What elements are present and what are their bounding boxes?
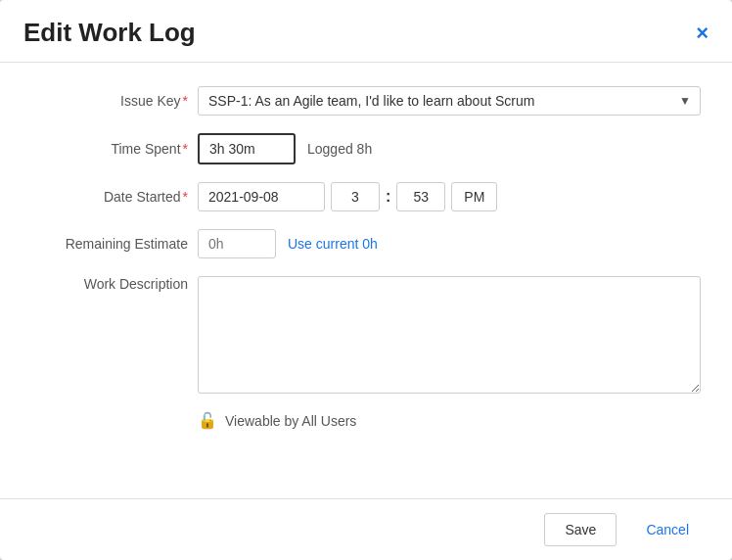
work-description-label: Work Description [31, 276, 188, 292]
work-description-textarea[interactable] [198, 276, 701, 394]
issue-key-row: Issue Key* SSP-1: As an Agile team, I'd … [31, 86, 701, 116]
date-started-label: Date Started* [31, 189, 188, 205]
edit-work-log-dialog: Edit Work Log × Issue Key* SSP-1: As an … [0, 0, 732, 560]
dialog-header: Edit Work Log × [0, 0, 732, 63]
save-button[interactable]: Save [544, 513, 617, 546]
remaining-estimate-label: Remaining Estimate [31, 236, 188, 252]
remaining-estimate-input[interactable] [198, 229, 276, 258]
required-star: * [183, 93, 188, 109]
dialog-title: Edit Work Log [23, 18, 196, 48]
required-star-time: * [183, 141, 188, 157]
time-spent-label: Time Spent* [31, 141, 188, 157]
cancel-button[interactable]: Cancel [626, 513, 709, 546]
time-spent-row: Time Spent* Logged 8h [31, 133, 701, 164]
issue-key-select-wrapper: SSP-1: As an Agile team, I'd like to lea… [198, 86, 701, 116]
time-spent-controls: Logged 8h [198, 133, 372, 164]
close-button[interactable]: × [696, 23, 709, 44]
logged-text: Logged 8h [307, 141, 372, 157]
time-hour-input[interactable] [331, 182, 380, 211]
dialog-footer: Save Cancel [0, 498, 732, 560]
date-controls: : PM [198, 182, 497, 211]
ampm-button[interactable]: PM [451, 182, 497, 211]
viewable-row: 🔓 Viewable by All Users [198, 411, 701, 430]
issue-key-select[interactable]: SSP-1: As an Agile team, I'd like to lea… [198, 86, 701, 116]
dialog-body: Issue Key* SSP-1: As an Agile team, I'd … [0, 63, 732, 498]
use-current-button[interactable]: Use current 0h [288, 236, 378, 252]
time-spent-input[interactable] [198, 133, 296, 164]
work-description-row: Work Description [31, 276, 701, 394]
required-star-date: * [183, 189, 188, 205]
remaining-controls: Use current 0h [198, 229, 378, 258]
viewable-text: Viewable by All Users [225, 413, 356, 429]
lock-icon: 🔓 [198, 411, 217, 430]
issue-key-label: Issue Key* [31, 93, 188, 109]
date-started-row: Date Started* : PM [31, 182, 701, 211]
date-started-input[interactable] [198, 182, 325, 211]
time-minute-input[interactable] [396, 182, 445, 211]
time-colon: : [386, 188, 390, 206]
remaining-estimate-row: Remaining Estimate Use current 0h [31, 229, 701, 258]
